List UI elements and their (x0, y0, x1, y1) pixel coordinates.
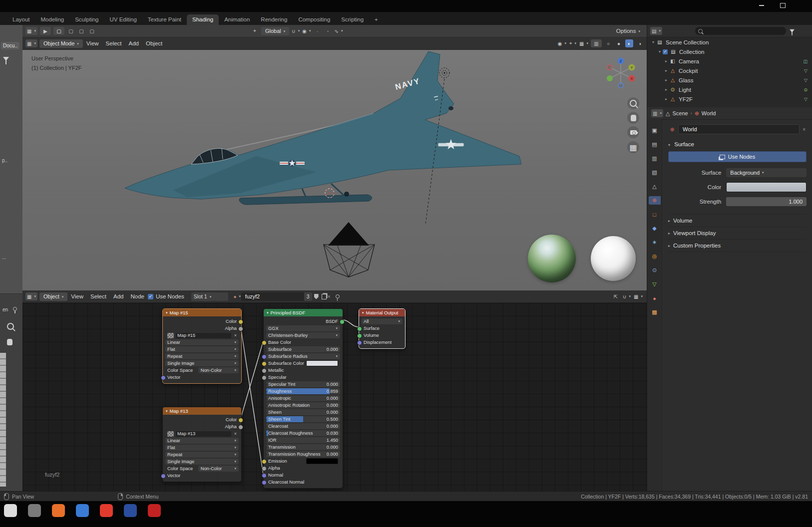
taskbar-app-icon[interactable] (148, 504, 161, 517)
object-visibility-icon[interactable] (558, 39, 566, 47)
select-mode-invert-icon[interactable] (88, 27, 96, 35)
outliner-item-label[interactable]: Scene Collection (666, 39, 709, 45)
node-row[interactable]: Sheen Tint 0.500 × (266, 416, 340, 422)
object-data-icon[interactable]: ▽ (804, 78, 808, 83)
node-row[interactable]: Normal × (266, 472, 340, 478)
unlink-icon[interactable]: × (234, 333, 237, 338)
node-socket[interactable] (238, 319, 243, 324)
node-canvas[interactable]: ▾ Map #15 Color × (22, 303, 647, 492)
surface-panel-header[interactable]: ▾ Surface (668, 141, 807, 147)
workspace-tab[interactable]: Animation (219, 14, 255, 25)
properties-tab[interactable]: ⊕ (649, 196, 661, 205)
viewport-camera-icon[interactable] (627, 126, 639, 138)
node-socket[interactable] (262, 459, 267, 464)
node-socket[interactable] (266, 403, 267, 408)
node-principled-bsdf[interactable]: ▾ Principled BSDF BSDF × (263, 308, 343, 489)
zoom-tool-icon[interactable] (7, 323, 14, 330)
unlink-material-icon[interactable]: × (327, 294, 332, 299)
proportional-falloff-icon[interactable] (314, 27, 322, 35)
node-row[interactable]: Color × (165, 417, 239, 423)
shader-menu-item[interactable]: View (67, 290, 87, 302)
node-row[interactable]: Displacement × (362, 339, 403, 345)
surface-type-dropdown[interactable]: Background (726, 168, 807, 177)
node-socket[interactable] (161, 375, 166, 380)
outliner-item-label[interactable]: Cockpit (679, 68, 698, 74)
taskbar-app-icon[interactable] (100, 504, 113, 517)
shading-solid-icon[interactable] (615, 39, 623, 47)
node-header[interactable]: ▾ Principled BSDF (264, 309, 343, 316)
node-row[interactable]: Christensen-Burley × (266, 332, 340, 338)
gizmos-icon[interactable] (569, 39, 577, 47)
node-map15[interactable]: ▾ Map #15 Color × (162, 308, 242, 384)
falloff-curve-icon[interactable] (335, 27, 343, 35)
wireframe-object[interactable] (324, 222, 375, 277)
node-row[interactable]: Subsurface 0.000 × (266, 346, 340, 352)
node-row[interactable]: Color Space Non-Color × (165, 367, 239, 373)
node-socket[interactable] (266, 438, 267, 443)
world-color-swatch[interactable] (726, 182, 807, 192)
strength-slider[interactable]: 1.000 (726, 197, 807, 206)
breadcrumb-scene[interactable]: Scene (672, 110, 688, 116)
orientation-dropdown[interactable]: Global (261, 27, 289, 35)
node-row[interactable]: Vector × (165, 473, 239, 479)
viewport-menu-item[interactable]: Add (125, 37, 142, 49)
outliner-item-label[interactable]: Glass (679, 77, 693, 83)
node-socket[interactable] (238, 326, 243, 331)
node-row[interactable]: Subsurface Color × (266, 360, 340, 366)
pin-icon[interactable] (13, 307, 17, 311)
workspace-tab[interactable]: Sculpting (69, 14, 104, 25)
node-row[interactable]: Clearcoat 0.000 × (266, 423, 340, 429)
node-row[interactable]: Sheen 0.000 × (266, 409, 340, 415)
use-nodes-checkbox[interactable] (148, 294, 153, 299)
node-material-output[interactable]: ▾ Material Output All × (359, 308, 406, 349)
node-row[interactable]: GGX × (266, 325, 340, 331)
node-socket[interactable] (357, 340, 362, 345)
node-socket[interactable] (266, 382, 267, 387)
expand-arrow-icon[interactable]: ▸ (663, 59, 669, 63)
node-socket[interactable] (262, 375, 267, 380)
properties-tab[interactable]: ▩ (649, 308, 661, 316)
node-header[interactable]: ▾ Material Output (359, 309, 405, 316)
collapse-icon[interactable]: ▾ (166, 409, 168, 413)
node-socket[interactable] (262, 466, 267, 471)
navigation-gizmo[interactable]: Z Y X (603, 55, 638, 90)
collapsed-panel-header[interactable]: ▸ Viewport Display (668, 227, 807, 240)
expand-arrow-icon[interactable]: ▸ (663, 78, 669, 82)
workspace-tab[interactable]: Modeling (35, 14, 70, 25)
color-swatch[interactable] (306, 360, 338, 366)
node-row[interactable]: Anisotropic 0.000 × (266, 395, 340, 401)
node-row[interactable]: Vector × (165, 374, 239, 380)
node-snap-icon[interactable] (623, 292, 631, 300)
node-row[interactable]: Repeat × (165, 452, 239, 458)
node-map13[interactable]: ▾ Map #13 Color × (162, 407, 242, 482)
node-row[interactable]: Base Color × (266, 339, 340, 345)
properties-tab[interactable]: ▥ (649, 154, 661, 163)
node-socket[interactable] (266, 347, 267, 352)
collection-checkbox[interactable] (663, 49, 668, 54)
select-mode-subtract-icon[interactable] (77, 27, 85, 35)
zoom-region-icon[interactable]: ⇱ (612, 292, 620, 300)
taskbar-app-icon[interactable] (28, 504, 41, 517)
minimize-button[interactable] (758, 2, 765, 9)
node-row[interactable]: Transmission 0.000 × (266, 444, 340, 450)
material-users-count[interactable]: 3 (304, 292, 312, 301)
node-row[interactable]: Color × (165, 318, 239, 324)
workspace-tab[interactable]: Scripting (336, 14, 369, 25)
node-row[interactable]: Anisotropic Rotation 0.000 × (266, 402, 340, 408)
shading-wireframe-icon[interactable] (604, 39, 612, 47)
select-mode-new-icon[interactable] (53, 27, 64, 35)
shader-menu-item[interactable]: Node (127, 290, 148, 302)
node-row[interactable]: Metallic × (266, 367, 340, 373)
collapsed-panel-header[interactable]: ▸ Custom Properties (668, 240, 807, 252)
collapsed-panel-header[interactable]: ▸ Volume (668, 215, 807, 227)
unlink-world-icon[interactable]: × (802, 127, 807, 132)
viewport-editor-type-icon[interactable]: ▦ (25, 39, 37, 47)
node-socket[interactable] (238, 418, 243, 423)
node-socket[interactable] (266, 396, 267, 401)
node-row[interactable]: Map #13 × (165, 431, 239, 437)
image-icon[interactable] (167, 431, 174, 437)
active-tool-icon[interactable] (40, 27, 51, 35)
properties-tab[interactable]: △ (649, 182, 661, 191)
transform-pivot-icon[interactable] (251, 27, 259, 35)
properties-tab[interactable]: ▤ (649, 140, 661, 149)
